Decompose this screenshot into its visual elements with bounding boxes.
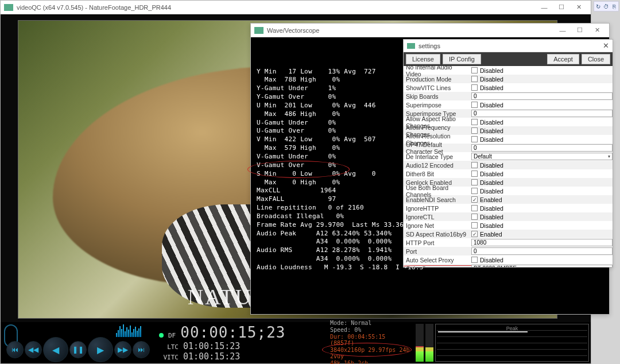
settings-row-label: HTTP Port	[404, 239, 469, 246]
vitc-label: VITC	[159, 354, 179, 361]
pause-button[interactable]: ❚❚	[69, 341, 87, 358]
settings-row: Production ModeDisabled	[404, 75, 613, 83]
ffwd-button[interactable]: ⏭	[133, 341, 150, 358]
tab-license[interactable]: License	[406, 54, 440, 64]
settings-row-value: 0	[469, 92, 613, 100]
main-window-title: videoQC (x64 v7.0.545) - NatureFootage_H…	[17, 4, 536, 11]
settings-row-label: SD Aspect Ratio16by9	[404, 231, 469, 238]
settings-row: OP47 Default Character Set0	[404, 144, 613, 152]
settings-row-value: Default▾	[469, 153, 613, 160]
checkbox-label: Disabled	[480, 119, 503, 126]
settings-row: HTTP Port1080	[404, 238, 613, 247]
settings-row: Ignore NetDisabled	[404, 221, 613, 230]
checkbox[interactable]	[471, 188, 478, 194]
level-meter-l	[416, 324, 424, 362]
checkbox-label: Disabled	[480, 222, 503, 229]
app-icon	[4, 4, 13, 11]
checkbox[interactable]	[471, 76, 478, 82]
text-input[interactable]: 0	[471, 144, 613, 152]
tool-icon[interactable]: ⎘	[610, 2, 618, 11]
mini-meters	[115, 323, 156, 337]
text-input[interactable]: 0	[471, 110, 613, 117]
settings-row: SD Aspect Ratio16by9✓Enabled	[404, 230, 613, 238]
settings-row: Auto Select ProxyDisabled	[404, 255, 613, 264]
settings-row: No Internal Audio VideoDisabled	[404, 66, 613, 75]
main-timecode: 00:00:15;23	[180, 324, 285, 341]
checkbox[interactable]: ✓	[471, 231, 478, 237]
settings-row-value: Disabled	[469, 162, 613, 169]
settings-row-label: IgnoreHTTP	[404, 205, 469, 212]
settings-row: ShowVITC LinesDisabled	[404, 83, 613, 92]
settings-row-value: ✓Enabled	[469, 196, 613, 203]
text-input[interactable]: 1080	[471, 239, 613, 246]
settings-row-value: Disabled	[469, 127, 613, 134]
checkbox[interactable]	[471, 214, 478, 220]
settings-titlebar: settings ✕	[404, 40, 613, 52]
settings-row-label: De Interlace Type	[404, 153, 469, 160]
checkbox-label: Disabled	[480, 162, 503, 169]
tab-ip-config[interactable]: IP Config	[443, 54, 481, 64]
checkbox[interactable]	[471, 205, 478, 211]
rewind-button[interactable]: ⏮	[6, 341, 24, 358]
settings-row-value: Disabled	[469, 188, 613, 195]
checkbox[interactable]	[471, 162, 478, 168]
settings-row: Audio12 EncodedDisabled	[404, 161, 613, 169]
tool-icon[interactable]: ↻	[594, 2, 602, 11]
settings-row: IgnoreCTLDisabled	[404, 212, 613, 221]
settings-row-value: Disabled	[469, 136, 613, 143]
checkbox[interactable]	[471, 67, 478, 73]
dropdown[interactable]: BT 2020 SMPTE▾	[471, 265, 613, 267]
close-button[interactable]: ✕	[596, 41, 609, 50]
maximize-button[interactable]: ☐	[571, 25, 588, 36]
checkbox[interactable]	[471, 102, 478, 108]
settings-row-value: ✓Enabled	[469, 231, 613, 238]
settings-row-value: 0	[469, 247, 613, 255]
settings-window: settings ✕ License IP Config Accept Clos…	[403, 39, 613, 268]
audio-scope-block: Peak	[414, 322, 591, 363]
transport-controls: ⏮ ◀◀ ◀ ❚❚ ▶ ▶▶ ⏭	[1, 322, 156, 363]
watermark-text: NATU	[188, 284, 253, 309]
maximize-button[interactable]: ☐	[553, 2, 570, 13]
wave-window-title: Wave/Vectorscope	[267, 27, 554, 34]
ltc-value: 01:00:15:23	[183, 341, 240, 351]
main-titlebar: videoQC (x64 v7.0.545) - NatureFootage_H…	[1, 1, 591, 14]
timecode-block: DF 00:00:15;23 LTC 01:00:15:23 VITC 01:0…	[156, 322, 328, 363]
checkbox[interactable]	[471, 127, 478, 134]
settings-row: EnableNDI Search✓Enabled	[404, 195, 613, 204]
settings-row-label: Superimpose	[404, 102, 469, 109]
checkbox[interactable]	[471, 136, 478, 142]
checkbox-label: Disabled	[480, 136, 503, 143]
close-button[interactable]: ✕	[588, 25, 606, 36]
accept-button[interactable]: Accept	[547, 54, 579, 64]
text-input[interactable]: 0	[471, 92, 613, 100]
checkbox[interactable]: ✓	[471, 196, 478, 203]
close-button[interactable]: Close	[582, 54, 610, 64]
step-back-button[interactable]: ◀◀	[25, 341, 42, 358]
settings-row-value: Disabled	[469, 102, 613, 109]
dropdown[interactable]: Default▾	[471, 153, 613, 160]
minimize-button[interactable]: —	[536, 2, 553, 13]
play-button[interactable]: ▶	[88, 337, 113, 362]
checkbox[interactable]	[471, 222, 478, 229]
minimize-button[interactable]: —	[554, 25, 571, 36]
close-button[interactable]: ✕	[570, 2, 587, 13]
checkbox[interactable]	[471, 84, 478, 91]
checkbox-label: Disabled	[480, 102, 503, 109]
checkbox[interactable]	[471, 171, 478, 177]
step-fwd-button[interactable]: ▶▶	[114, 341, 131, 358]
settings-row-value: Disabled	[469, 171, 613, 177]
settings-row-label: Dither8 Bit	[404, 171, 469, 177]
text-input[interactable]: 0	[471, 247, 613, 255]
checkbox-label: Disabled	[480, 171, 503, 177]
play-back-button[interactable]: ◀	[43, 337, 68, 362]
format-line-1: 3840x2160p 29.97fps 24b 2vuy	[330, 347, 412, 359]
checkbox[interactable]	[471, 119, 478, 125]
settings-row-label: Audio12 Encoded	[404, 162, 469, 169]
format-line-2: 48k 16b 2ch	[330, 360, 412, 365]
checkbox[interactable]	[471, 179, 478, 185]
checkbox[interactable]	[471, 257, 478, 263]
settings-row-value: Disabled	[469, 84, 613, 91]
settings-row-value: Disabled	[469, 67, 613, 74]
clip-info-block: Mode: Normal Speed: 0% Dur: 00:04:55:15 …	[328, 322, 414, 363]
tool-icon[interactable]: ⏱	[602, 2, 610, 11]
